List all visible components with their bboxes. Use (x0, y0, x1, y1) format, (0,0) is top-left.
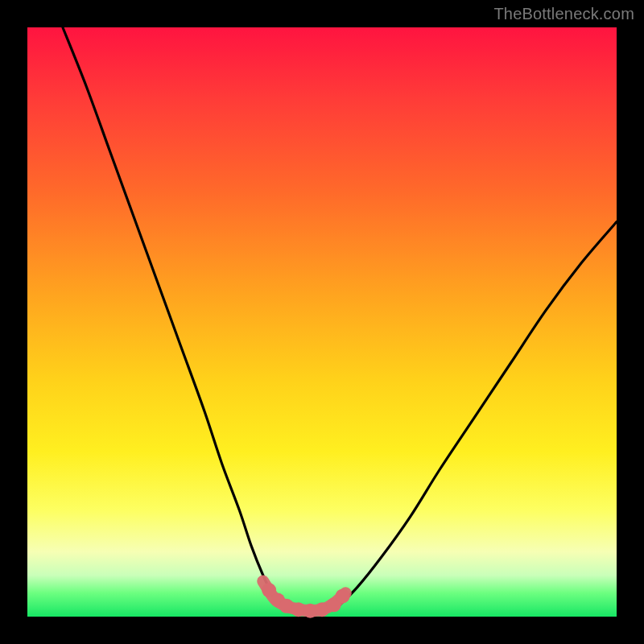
valley-marker (336, 588, 350, 603)
valley-markers-group (262, 583, 350, 618)
plot-area (27, 27, 617, 617)
right-branch-path (340, 222, 617, 605)
chart-svg (27, 27, 617, 617)
watermark-text: TheBottleneck.com (493, 5, 634, 23)
outer-frame: TheBottleneck.com (0, 0, 644, 644)
curve-group (63, 27, 617, 618)
left-branch-path (63, 27, 281, 605)
